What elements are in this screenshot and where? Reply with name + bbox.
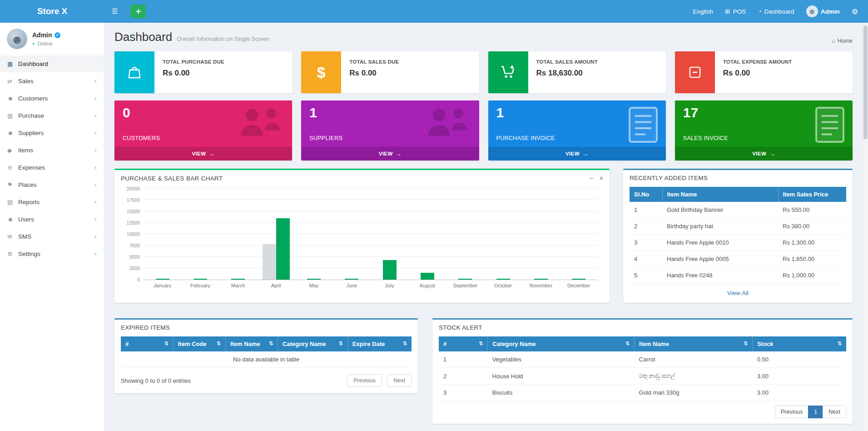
sort-icon: ⇅ [338,341,342,346]
sidebar-item-sales[interactable]: ⇄Sales‹ [0,72,104,90]
table-row[interactable]: 2Birthday party hatRs 380.00 [630,218,846,235]
file-minus-icon [675,51,715,93]
sidebar-item-label: Expenses [18,164,45,171]
add-button[interactable]: + [130,5,146,18]
next-button[interactable]: Next [387,374,412,387]
view-label: VIEW [192,151,206,156]
sidebar-item-dashboard[interactable]: ▦Dashboard [0,55,104,72]
table-row[interactable]: 2House Holdරතු නාඩු සහල්3.00 [439,368,846,385]
chevron-left-icon: ‹ [94,250,97,257]
table-row[interactable]: 5Hands Free 0248Rs 1,000.00 [630,267,846,284]
chevron-left-icon: ‹ [94,198,97,205]
table-row[interactable]: 3Hands Free Apple 0010Rs 1,300.00 [630,235,846,251]
x-axis-label: February [181,283,219,288]
verified-badge-icon: ✓ [55,32,60,38]
bar-sales-november [534,279,548,280]
table-row[interactable]: 1VegetablesCarrot0.50 [439,351,846,368]
cell-item-name: රතු නාඩු සහල් [635,368,753,385]
summary-card-label: TOTAL SALES DUE [349,59,399,65]
dollar-icon: $ [301,51,341,93]
breadcrumb-home[interactable]: ⌂ Home [832,38,853,44]
column-header-item-name[interactable]: Item Name⇅ [635,336,753,351]
dashboard-link[interactable]: ◔ Dashboard [758,8,794,15]
table-row[interactable]: 1Gold Birthday BannerRs 550.00 [630,202,846,218]
sidebar-item-items[interactable]: ◆Items‹ [0,141,104,159]
x-axis-label: January [144,283,181,288]
sidebar-item-settings[interactable]: ⚙Settings‹ [0,245,104,262]
summary-card-text: TOTAL SALES AMOUNTRs 18,630.00 [528,51,606,93]
previous-button[interactable]: Previous [347,374,382,387]
y-axis-label: 2500 [119,266,140,271]
table-row[interactable]: 4Hands Free Apple 0005Rs 1,650.00 [630,251,846,267]
y-axis-label: 15000 [119,209,140,214]
top-navbar: Store X ☰ + English ⊞ POS ◔ Dashboard ☻ … [0,0,868,23]
bar-group-december [560,189,598,280]
view-button[interactable]: VIEW→ [301,147,479,160]
sidebar-item-places[interactable]: ⚑Places‹ [0,176,104,193]
bar-group-july [371,189,408,280]
chart-panel-title: PURCHASE & SALES BAR CHART [121,175,223,182]
sidebar-item-suppliers[interactable]: ☻Suppliers‹ [0,124,104,141]
bar-group-november [522,189,560,280]
stat-card-value: 17 [683,105,698,120]
cell-item-name: Gold mari 330g [635,385,753,401]
bar-sales-january [156,279,169,280]
column-header-expire-date[interactable]: Expire Date⇅ [347,336,412,351]
column-header-num[interactable]: #⇅ [121,336,173,351]
next-page-button[interactable]: Next [823,406,846,418]
view-label: VIEW [379,151,393,156]
view-button[interactable]: VIEW→ [488,147,666,160]
stat-card-value: 1 [496,105,504,120]
column-label: Category Name [492,341,536,347]
stock-alert-title: STOCK ALERT [439,324,482,331]
sidebar-item-users[interactable]: ☻Users‹ [0,210,104,228]
column-label: Item Name [639,341,669,347]
table-row[interactable]: 3BiscuitsGold mari 330g3.00 [439,385,846,401]
summary-card-total-sales-due: $TOTAL SALES DUERs 0.00 [301,51,479,93]
sidebar-user-info: Admin ✓ ● Online [32,31,60,46]
x-axis-label: October [484,283,522,288]
cell-price: Rs 1,000.00 [778,267,846,284]
column-header-category-name[interactable]: Category Name⇅ [488,336,635,351]
cell-category: Vegetables [488,351,635,368]
scrollbar-thumb[interactable] [863,25,868,139]
sidebar-item-customers[interactable]: ☻Customers‹ [0,90,104,107]
user-menu[interactable]: ☻ Admin [806,5,840,17]
pos-link[interactable]: ⊞ POS [725,8,746,15]
gear-icon[interactable]: ⚙ [852,7,858,16]
expired-items-panel: EXPIRED ITEMS #⇅Item Code⇅Item Name⇅Cate… [114,318,418,393]
minimize-icon[interactable]: − [590,175,593,182]
x-axis-label: July [371,283,408,288]
stat-card-value: 0 [123,105,130,120]
bar-group-may [295,189,332,280]
column-header-category-name[interactable]: Category Name⇅ [278,336,348,351]
sidebar-item-sms[interactable]: ✉SMS‹ [0,228,104,245]
view-button[interactable]: VIEW→ [114,147,292,160]
scrollbar-track[interactable] [863,23,868,431]
sidebar-item-purchase[interactable]: ▥Purchase‹ [0,107,104,124]
sidebar-item-label: Purchase [18,112,44,119]
hamburger-icon[interactable]: ☰ [104,7,125,15]
expenses-icon: ⊖ [7,164,18,171]
column-header-stock[interactable]: Stock⇅ [753,336,846,351]
cell-item-name: Carrot [635,351,753,368]
cart-plus-icon [488,51,528,93]
page-button-1[interactable]: 1 [808,406,823,418]
close-icon[interactable]: × [600,175,603,182]
sidebar-item-expenses[interactable]: ⊖Expenses‹ [0,159,104,176]
avatar[interactable]: ☻ [7,29,27,49]
brand-logo[interactable]: Store X [0,6,104,16]
column-header-num[interactable]: #⇅ [439,336,488,351]
bar-group-january [144,189,181,280]
view-button[interactable]: VIEW→ [675,147,853,160]
previous-page-button[interactable]: Previous [775,406,809,418]
reports-icon: ▤ [7,199,18,205]
expired-table-body: No data available in table [121,351,412,368]
sidebar-item-reports[interactable]: ▤Reports‹ [0,193,104,210]
column-header-item-name[interactable]: Item Name⇅ [225,336,278,351]
column-label: Stock [757,341,773,347]
language-menu[interactable]: English [693,8,713,15]
column-header-item-code[interactable]: Item Code⇅ [173,336,225,351]
summary-row: TOTAL PURCHASE DUERs 0.00$TOTAL SALES DU… [114,51,853,93]
view-all-link[interactable]: View All [623,284,853,303]
